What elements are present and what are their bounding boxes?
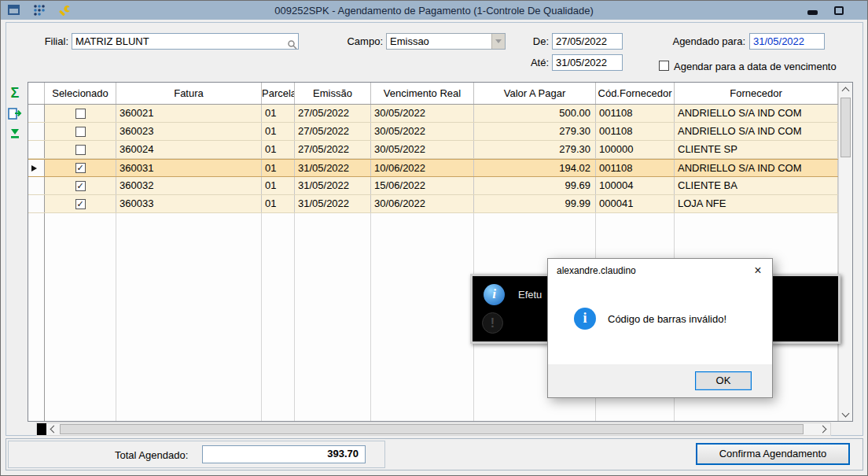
vencimento-cell: 30/05/2022 [371, 141, 474, 158]
table-row[interactable]: 360021 01 27/05/2022 30/05/2022 500.00 0… [28, 105, 838, 123]
vencimento-cell: 15/06/2022 [371, 177, 474, 194]
current-row-marker [28, 160, 45, 176]
table-row[interactable]: 360023 01 27/05/2022 30/05/2022 279.30 0… [28, 123, 838, 141]
row-indicator-cell [28, 141, 45, 158]
vencimento-cell: 30/05/2022 [371, 105, 474, 122]
table-header: Selecionado Fatura Parcela Emissão Venci… [28, 83, 838, 105]
row-checkbox[interactable]: ✓ [75, 181, 86, 191]
scroll-up-icon[interactable] [839, 83, 852, 96]
ate-label: Até: [512, 57, 549, 69]
fornecedor-cell: ANDRIELLO S/A IND COM [675, 160, 838, 176]
alert-icon: ! [482, 312, 503, 334]
horizontal-scrollbar[interactable] [36, 422, 831, 436]
cod-fornecedor-cell: 000041 [596, 195, 675, 212]
row-checkbox[interactable] [75, 145, 86, 155]
row-indicator-cell [28, 195, 45, 212]
parcela-cell: 01 [262, 123, 295, 140]
row-checkbox[interactable]: ✓ [75, 163, 86, 173]
total-value: 393.70 [202, 445, 366, 463]
agendar-vencimento-checkbox[interactable] [659, 61, 669, 71]
column-header-emissao[interactable]: Emissão [295, 83, 371, 104]
row-indicator-cell [28, 123, 45, 140]
column-header-fatura[interactable]: Fatura [116, 83, 262, 104]
agendar-vencimento-label: Agendar para a data de vencimento [674, 61, 837, 73]
fatura-cell: 360031 [116, 160, 262, 176]
table-row[interactable]: ✓ 360032 01 31/05/2022 15/06/2022 99.69 … [28, 177, 838, 195]
title-bar: 009252SPK - Agendamento de Pagamento (1-… [1, 1, 867, 20]
campo-label: Campo: [345, 35, 383, 48]
maximize-button[interactable] [831, 4, 847, 17]
selecionado-cell [45, 123, 116, 140]
scroll-left-icon[interactable] [46, 423, 59, 435]
footer-panel: Total Agendado: 393.70 Confirma Agendame… [6, 438, 863, 470]
cod-fornecedor-cell: 100000 [596, 141, 675, 158]
column-header-cod[interactable]: Cód.Fornecedor [596, 83, 675, 104]
vencimento-cell: 30/06/2022 [371, 195, 474, 212]
cod-fornecedor-cell: 100004 [596, 177, 675, 194]
column-header-selecionado[interactable]: Selecionado [45, 83, 116, 104]
table-row-current[interactable]: ✓ 360031 01 31/05/2022 10/06/2022 194.02… [28, 159, 838, 177]
minimize-button[interactable] [804, 4, 820, 17]
de-date-input[interactable] [552, 33, 623, 50]
fornecedor-cell: CLIENTE SP [675, 141, 838, 158]
chevron-down-icon[interactable] [491, 34, 505, 49]
row-checkbox[interactable] [75, 109, 86, 119]
fornecedor-cell: LOJA NFE [675, 195, 838, 212]
emissao-cell: 31/05/2022 [295, 177, 371, 194]
selecionado-cell [45, 141, 116, 158]
message-box-title: alexandre.claudino [557, 265, 636, 276]
column-header-parcela[interactable]: Parcela [262, 83, 295, 104]
emissao-cell: 31/05/2022 [295, 160, 371, 176]
export-record-icon[interactable] [6, 105, 24, 122]
valor-cell: 99.69 [474, 177, 596, 194]
column-header-valor[interactable]: Valor A Pagar [474, 83, 596, 104]
scroll-down-icon[interactable] [839, 408, 852, 421]
close-icon[interactable]: × [744, 259, 772, 282]
header-gutter [28, 83, 45, 104]
de-label: De: [512, 35, 549, 48]
agendado-para-input[interactable] [749, 33, 825, 50]
fornecedor-cell: ANDRIELLO S/A IND COM [675, 105, 838, 122]
message-box-titlebar: alexandre.claudino × [548, 259, 772, 282]
parcela-cell: 01 [262, 195, 295, 212]
scroll-right-icon[interactable] [818, 423, 830, 435]
message-box-footer: OK [548, 364, 772, 397]
message-box: alexandre.claudino × i Código de barras … [547, 258, 773, 398]
total-panel: Total Agendado: 393.70 [8, 441, 385, 468]
last-record-icon[interactable] [6, 125, 24, 142]
parcela-cell: 01 [262, 177, 295, 194]
horizontal-scroll-thumb[interactable] [60, 424, 804, 434]
vertical-scroll-thumb[interactable] [840, 98, 851, 157]
campo-dropdown[interactable]: Emissao [386, 33, 506, 50]
horizontal-scroll-track[interactable] [59, 423, 818, 435]
ok-button[interactable]: OK [695, 371, 752, 390]
fatura-cell: 360032 [116, 177, 262, 194]
selecionado-cell: ✓ [45, 177, 116, 194]
valor-cell: 194.02 [474, 160, 596, 176]
parcela-cell: 01 [262, 141, 295, 158]
filial-input[interactable] [72, 33, 299, 50]
vertical-scrollbar[interactable] [838, 83, 852, 421]
info-icon: i [574, 308, 596, 330]
ate-date-input[interactable] [552, 54, 623, 71]
fornecedor-cell: ANDRIELLO S/A IND COM [675, 123, 838, 140]
app-window: 009252SPK - Agendamento de Pagamento (1-… [0, 0, 868, 476]
campo-value: Emissao [390, 35, 429, 47]
table-row[interactable]: 360024 01 27/05/2022 30/05/2022 279.30 1… [28, 141, 838, 159]
confirm-button[interactable]: Confirma Agendamento [696, 443, 850, 465]
filial-label: Filial: [42, 35, 68, 48]
emissao-cell: 31/05/2022 [295, 195, 371, 212]
row-indicator-cell [28, 177, 45, 194]
vencimento-cell: 10/06/2022 [371, 160, 474, 176]
column-header-fornecedor[interactable]: Fornecedor [675, 83, 838, 104]
cod-fornecedor-cell: 001108 [596, 123, 675, 140]
sum-icon[interactable]: Σ [6, 84, 24, 101]
row-checkbox[interactable] [75, 127, 86, 137]
parcela-cell: 01 [262, 105, 295, 122]
emissao-cell: 27/05/2022 [295, 123, 371, 140]
fornecedor-cell: CLIENTE BA [675, 177, 838, 194]
row-checkbox[interactable]: ✓ [75, 199, 86, 209]
table-row[interactable]: ✓ 360033 01 31/05/2022 30/06/2022 99.99 … [28, 195, 838, 213]
column-header-vencimento[interactable]: Vencimento Real [371, 83, 474, 104]
valor-cell: 279.30 [474, 123, 596, 140]
